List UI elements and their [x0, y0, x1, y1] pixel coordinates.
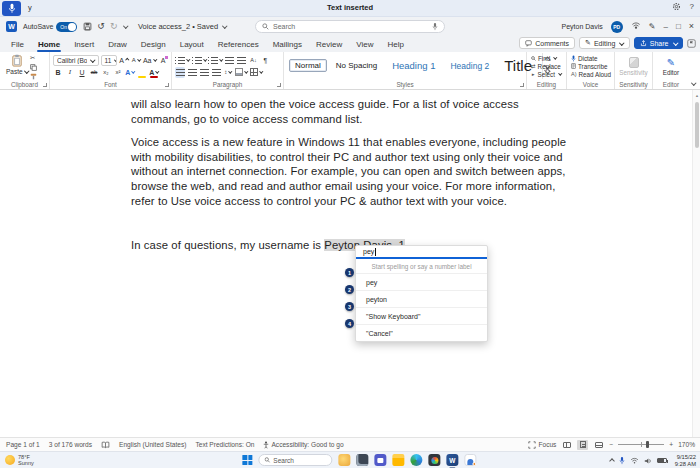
close-button[interactable]: ×	[689, 22, 694, 31]
editing-mode-button[interactable]: ✎ Editing	[579, 37, 630, 49]
zoom-level[interactable]: 170%	[678, 441, 695, 448]
accessibility-indicator[interactable]: Accessibility: Good to go	[263, 441, 343, 449]
align-center-button[interactable]	[187, 67, 197, 78]
speaker-icon[interactable]	[644, 457, 652, 465]
teams-chat-icon[interactable]	[374, 454, 386, 466]
highlight-button[interactable]	[137, 67, 147, 78]
numbering-button[interactable]	[192, 55, 207, 66]
zoom-slider-thumb[interactable]	[646, 441, 649, 448]
people-icon[interactable]	[464, 454, 476, 466]
scroll-up-icon[interactable]: ▲	[695, 93, 699, 98]
copy-button[interactable]	[30, 63, 42, 71]
replace-button[interactable]: ⇄Replace	[531, 63, 566, 70]
save-icon[interactable]	[83, 22, 92, 31]
styles-dialog-launcher[interactable]	[520, 83, 524, 87]
clipboard-dialog-launcher[interactable]	[43, 83, 47, 87]
format-painter-button[interactable]	[30, 72, 42, 80]
weather-widget[interactable]: 78°FSunny	[5, 454, 34, 467]
line-spacing-button[interactable]: ↕	[223, 67, 233, 78]
text-effects-button[interactable]: A	[125, 67, 135, 78]
tab-file[interactable]: File	[4, 36, 31, 52]
zoom-slider[interactable]	[618, 444, 664, 445]
document-canvas[interactable]: will also learn how to open the voice ac…	[0, 90, 700, 437]
superscript-button[interactable]: x²	[113, 67, 123, 78]
autosave-control[interactable]: AutoSave On	[23, 22, 77, 32]
number-label-badge[interactable]: 4	[345, 319, 354, 328]
paragraph[interactable]: will also learn how to open the voice ac…	[131, 97, 572, 126]
comments-button[interactable]: Comments	[519, 37, 575, 49]
number-label-badge[interactable]: 3	[345, 302, 354, 311]
increase-indent-button[interactable]	[237, 55, 247, 66]
clock[interactable]: 9/15/22 9:28 AM	[675, 454, 696, 467]
paragraph-dialog-launcher[interactable]	[277, 83, 281, 87]
editor-button[interactable]: ✎ Editor	[653, 52, 689, 80]
zoom-out-button[interactable]: −	[609, 441, 613, 448]
word-taskbar-icon[interactable]: W	[446, 454, 458, 466]
sensitivity-button[interactable]: Sensitivity	[615, 52, 652, 80]
read-mode-button[interactable]	[561, 440, 572, 450]
vertical-scrollbar[interactable]: ▲	[692, 90, 700, 437]
redo-icon[interactable]: ↻	[110, 22, 118, 31]
dictate-button[interactable]: Dictate	[571, 55, 614, 62]
search-mic-icon[interactable]	[432, 22, 438, 31]
task-view-icon[interactable]	[356, 454, 368, 466]
tab-insert[interactable]: Insert	[67, 36, 101, 52]
scrollbar-thumb[interactable]	[695, 102, 699, 148]
search-box[interactable]: Search	[255, 20, 445, 33]
page-indicator[interactable]: Page 1 of 1	[6, 441, 40, 448]
presenter-icon[interactable]	[631, 22, 641, 31]
restore-button[interactable]: □	[676, 23, 681, 31]
cut-button[interactable]: ✂	[30, 54, 42, 62]
tab-review[interactable]: Review	[309, 36, 349, 52]
suggestion-item[interactable]: 3"Show Keyboard"	[356, 307, 487, 324]
tab-mailings[interactable]: Mailings	[266, 36, 309, 52]
align-left-button[interactable]	[175, 67, 185, 78]
font-color-button[interactable]: A	[149, 67, 159, 78]
document-title[interactable]: Voice access_2 • Saved	[138, 22, 227, 31]
show-formatting-button[interactable]: ¶	[261, 55, 271, 66]
paragraph[interactable]: Voice access is a new feature in Windows…	[131, 135, 572, 208]
shading-button[interactable]	[235, 67, 248, 78]
font-name-select[interactable]: Calibri (Body)	[53, 55, 99, 66]
style-heading-1[interactable]: Heading 1	[386, 58, 441, 73]
focus-button[interactable]: Focus	[528, 441, 556, 449]
suggestion-item[interactable]: 2peyton	[356, 290, 487, 307]
strikethrough-button[interactable]: ab	[89, 67, 99, 78]
grow-font-button[interactable]: A	[119, 55, 129, 66]
suggestion-item[interactable]: 1pey	[356, 273, 487, 290]
word-app-icon[interactable]: W	[6, 21, 17, 32]
tab-view[interactable]: View	[349, 36, 380, 52]
undo-icon[interactable]: ↺	[97, 22, 105, 31]
tab-draw[interactable]: Draw	[101, 36, 134, 52]
tab-layout[interactable]: Layout	[173, 36, 211, 52]
text-predictions-indicator[interactable]: Text Predictions: On	[195, 441, 254, 448]
voice-help-icon[interactable]: ?	[690, 2, 694, 11]
voice-access-tray-mic-icon[interactable]	[619, 456, 625, 465]
pen-mode-icon[interactable]: ✎	[649, 23, 656, 31]
battery-icon[interactable]	[657, 458, 667, 463]
photos-icon[interactable]	[428, 454, 440, 466]
style-no-spacing[interactable]: No Spacing	[330, 59, 383, 72]
style-normal[interactable]: Normal	[289, 59, 327, 72]
edge-browser-icon[interactable]	[410, 454, 422, 466]
proofing-icon[interactable]	[101, 441, 110, 449]
word-count[interactable]: 3 of 176 words	[49, 441, 92, 448]
tab-references[interactable]: References	[211, 36, 266, 52]
start-button[interactable]	[242, 455, 252, 465]
shrink-font-button[interactable]: A	[131, 55, 141, 66]
quick-access-customize-icon[interactable]	[124, 24, 129, 29]
read-aloud-button[interactable]: A)Read Aloud	[571, 71, 614, 78]
justify-button[interactable]	[211, 67, 221, 78]
number-label-badge[interactable]: 2	[345, 285, 354, 294]
number-label-badge[interactable]: 1	[345, 268, 354, 277]
suggestion-item[interactable]: 4"Cancel"	[356, 324, 487, 341]
wifi-icon[interactable]	[630, 457, 639, 464]
clear-formatting-button[interactable]: A	[158, 55, 168, 66]
style-heading-2[interactable]: Heading 2	[444, 59, 495, 73]
sort-button[interactable]: A↓	[249, 55, 259, 66]
share-button[interactable]: Share	[634, 37, 683, 49]
underline-button[interactable]: U	[77, 67, 87, 78]
align-right-button[interactable]	[199, 67, 209, 78]
paste-button[interactable]: Paste	[4, 54, 30, 75]
document-text[interactable]: will also learn how to open the voice ac…	[131, 97, 572, 253]
